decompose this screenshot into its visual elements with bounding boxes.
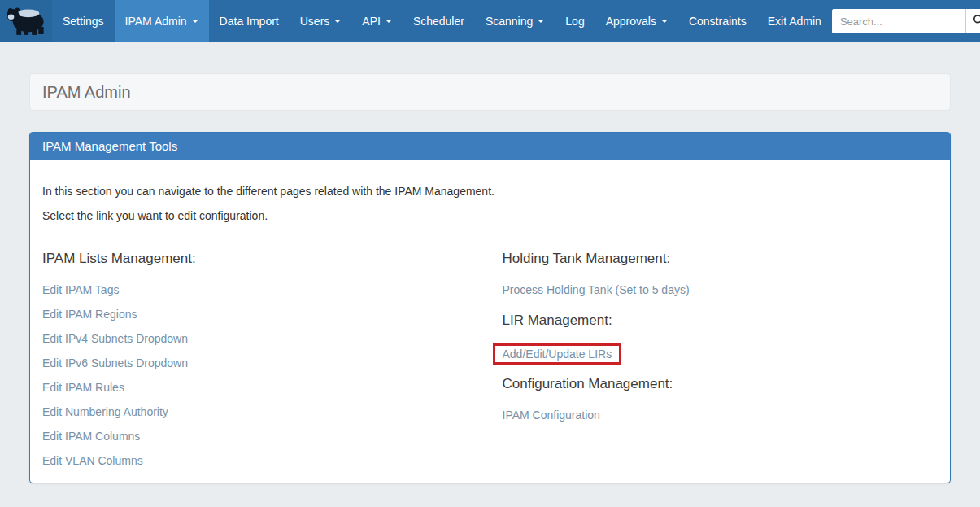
link-edit-ipv6-subnets-dropdown[interactable]: Edit IPv6 Subnets Dropdown <box>42 356 188 369</box>
nav-item-settings[interactable]: Settings <box>52 0 115 42</box>
panel-heading: IPAM Management Tools <box>30 133 950 160</box>
nav-label: IPAM Admin <box>125 15 187 28</box>
nav-label: Log <box>565 15 584 28</box>
link-edit-numbering-authority[interactable]: Edit Numbering Authority <box>42 405 168 418</box>
nav-label: Scanning <box>486 15 533 28</box>
navbar-right <box>832 0 980 42</box>
caret-down-icon <box>538 20 544 23</box>
main-container: IPAM Admin IPAM Management Tools In this… <box>29 73 951 483</box>
columns-row: IPAM Lists Management: Edit IPAM Tags Ed… <box>42 232 938 473</box>
nav-label: Data Import <box>220 15 279 28</box>
section-heading-configuration: Configuration Management: <box>503 375 939 393</box>
nav-item-api[interactable]: API <box>351 0 403 42</box>
section-heading-holding-tank: Holding Tank Management: <box>503 250 939 268</box>
nav-item-approvals[interactable]: Approvals <box>595 0 678 42</box>
main-nav: Settings IPAM Admin Data Import Users AP… <box>52 0 832 42</box>
panda-logo-icon <box>4 3 48 39</box>
nav-label: Settings <box>63 15 104 28</box>
caret-down-icon <box>192 20 198 23</box>
ipam-management-tools-panel: IPAM Management Tools In this section yo… <box>29 132 951 483</box>
nav-label: API <box>362 15 381 28</box>
link-edit-ipv4-subnets-dropdown[interactable]: Edit IPv4 Subnets Dropdown <box>42 332 188 345</box>
link-edit-ipam-tags[interactable]: Edit IPAM Tags <box>42 283 119 296</box>
nav-item-scheduler[interactable]: Scheduler <box>403 0 475 42</box>
section-heading-lir: LIR Management: <box>503 312 939 330</box>
search-icon <box>973 14 980 28</box>
link-process-holding-tank[interactable]: Process Holding Tank (Set to 5 days) <box>503 283 690 296</box>
nav-label: Constraints <box>689 15 747 28</box>
nav-item-data-import[interactable]: Data Import <box>209 0 290 42</box>
link-ipam-configuration[interactable]: IPAM Configuration <box>503 409 600 422</box>
nav-label: Exit Admin <box>768 15 821 28</box>
panel-body: In this section you can navigate to the … <box>30 160 950 483</box>
intro-text-2: Select the link you want to edit configu… <box>42 208 938 224</box>
page-title: IPAM Admin <box>42 82 938 102</box>
caret-down-icon <box>661 20 668 23</box>
nav-item-ipam-admin[interactable]: IPAM Admin <box>115 0 209 42</box>
app-logo[interactable] <box>0 0 52 42</box>
nav-label: Approvals <box>606 15 656 28</box>
right-column: Holding Tank Management: Process Holding… <box>490 232 939 473</box>
link-edit-ipam-columns[interactable]: Edit IPAM Columns <box>42 430 140 443</box>
link-add-edit-update-lirs[interactable]: Add/Edit/Update LIRs <box>503 347 612 361</box>
search-group <box>832 9 980 33</box>
intro-text-1: In this section you can navigate to the … <box>42 183 938 199</box>
page-title-panel: IPAM Admin <box>29 73 951 111</box>
nav-item-scanning[interactable]: Scanning <box>475 0 555 42</box>
search-input[interactable] <box>832 9 965 33</box>
caret-down-icon <box>385 20 392 23</box>
highlight-annotation-box: Add/Edit/Update LIRs <box>493 343 622 365</box>
search-button[interactable] <box>965 9 980 33</box>
section-heading-ipam-lists: IPAM Lists Management: <box>42 250 490 268</box>
nav-item-exit-admin[interactable]: Exit Admin <box>757 0 832 42</box>
caret-down-icon <box>334 20 341 23</box>
left-column: IPAM Lists Management: Edit IPAM Tags Ed… <box>42 232 490 473</box>
nav-label: Users <box>300 15 330 28</box>
nav-label: Scheduler <box>413 15 464 28</box>
link-edit-vlan-columns[interactable]: Edit VLAN Columns <box>42 454 143 467</box>
nav-item-log[interactable]: Log <box>555 0 595 42</box>
nav-item-constraints[interactable]: Constraints <box>678 0 757 42</box>
link-edit-ipam-rules[interactable]: Edit IPAM Rules <box>42 381 124 394</box>
link-edit-ipam-regions[interactable]: Edit IPAM Regions <box>42 308 137 321</box>
nav-item-users[interactable]: Users <box>290 0 352 42</box>
navbar: Settings IPAM Admin Data Import Users AP… <box>0 0 980 42</box>
